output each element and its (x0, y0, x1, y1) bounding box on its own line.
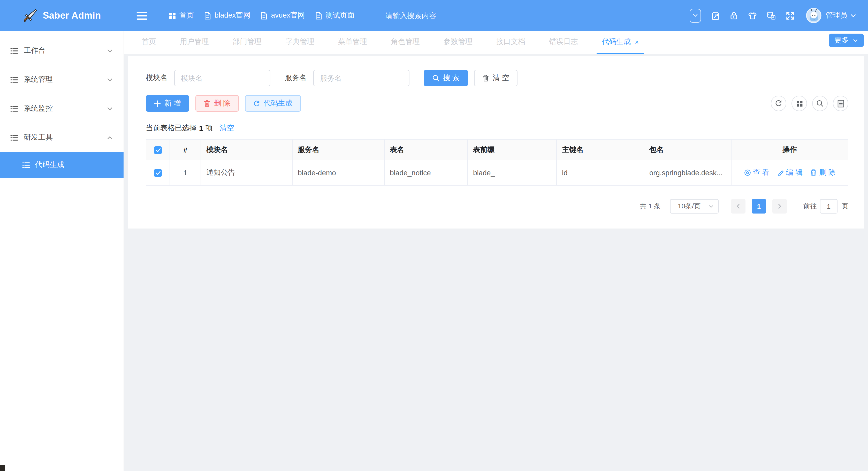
view-icon (744, 169, 751, 176)
module-name-input[interactable] (174, 70, 270, 86)
clear-selection-link[interactable]: 清空 (220, 124, 234, 133)
tab-role-management[interactable]: 角色管理 (386, 31, 425, 54)
sidebar-item-label: 代码生成 (35, 160, 64, 169)
more-label: 更多 (834, 36, 849, 45)
grid-view-icon[interactable] (792, 96, 807, 111)
refresh-icon[interactable] (771, 96, 786, 111)
tab-param-management[interactable]: 参数管理 (438, 31, 478, 54)
more-tabs-button[interactable]: 更多 (829, 34, 864, 47)
table-row: 1 通知公告 blade-demo blade_notice blade_ id… (146, 160, 848, 185)
fullscreen-icon[interactable] (786, 11, 795, 20)
debug-clipboard-icon[interactable] (711, 11, 720, 20)
language-icon[interactable]: 中 A (767, 12, 775, 20)
sidebar-item-label: 工作台 (24, 46, 106, 55)
goto-page-input[interactable] (820, 199, 837, 214)
list-icon (22, 161, 30, 169)
selection-count: 1 (199, 124, 203, 132)
sidebar-item-system-management[interactable]: 系统管理 (0, 65, 124, 94)
top-nav: 首页 bladex官网 avuex官网 (159, 11, 354, 20)
search-button[interactable]: 搜 索 (424, 70, 468, 86)
row-actions: 查 看 编 辑 (737, 168, 843, 177)
hamburger-menu-icon[interactable] (136, 11, 147, 20)
cell-primary-key: id (557, 160, 644, 185)
generate-code-label: 代码生成 (264, 99, 292, 108)
close-icon[interactable]: × (635, 38, 639, 46)
delete-button[interactable]: 删 除 (195, 95, 239, 112)
svg-text:A: A (772, 15, 774, 19)
next-page-button[interactable] (772, 199, 787, 214)
user-name[interactable]: 管理员 (826, 11, 847, 20)
sidebar-item-code-generation[interactable]: 代码生成 (0, 152, 124, 178)
table-header-row: # 模块名 服务名 表名 表前缀 主键名 包名 操作 (146, 139, 848, 160)
chevron-down-icon[interactable] (850, 12, 857, 19)
clear-button-label: 清 空 (493, 73, 509, 83)
search-toggle-icon[interactable] (812, 96, 828, 111)
top-nav-home[interactable]: 首页 (169, 11, 194, 20)
edit-link[interactable]: 编 辑 (777, 168, 803, 177)
tab-home[interactable]: 首页 (136, 31, 161, 54)
page-number-1[interactable]: 1 (752, 199, 766, 214)
col-primary-key: 主键名 (557, 139, 644, 160)
cell-table-name: blade_notice (384, 160, 468, 185)
collapse-chevron-icon[interactable] (690, 8, 701, 23)
cell-table-prefix: blade_ (468, 160, 557, 185)
page-size-select[interactable]: 10条/页 (670, 199, 719, 214)
dagger-icon (23, 8, 37, 23)
delete-icon (810, 169, 817, 176)
tab-dict-management[interactable]: 字典管理 (280, 31, 319, 54)
select-all-checkbox[interactable] (154, 146, 162, 154)
topbar-right: 中 A (679, 8, 868, 23)
data-table: # 模块名 服务名 表名 表前缀 主键名 包名 操作 (146, 139, 848, 186)
row-checkbox[interactable] (154, 169, 162, 177)
sidebar-item-label: 系统监控 (24, 104, 106, 113)
column-settings-icon[interactable] (833, 96, 848, 111)
top-nav-bladex[interactable]: bladex官网 (204, 11, 250, 20)
col-table-name: 表名 (384, 139, 468, 160)
sidebar-item-system-monitor[interactable]: 系统监控 (0, 94, 124, 123)
clear-button[interactable]: 清 空 (474, 70, 518, 86)
theme-shirt-icon[interactable] (748, 12, 757, 20)
edit-label: 编 辑 (786, 168, 803, 177)
chevron-down-icon (708, 203, 714, 209)
chevron-down-icon (106, 47, 113, 54)
selection-suffix: 项 (206, 124, 213, 133)
avatar[interactable] (806, 8, 822, 23)
top-nav-test-page[interactable]: 测试页面 (315, 11, 354, 20)
trash-icon (482, 74, 489, 82)
global-search-input[interactable] (384, 9, 462, 22)
app-title: Saber Admin (43, 10, 101, 21)
tab-user-management[interactable]: 用户管理 (175, 31, 214, 54)
tab-api-docs[interactable]: 接口文档 (491, 31, 530, 54)
tab-menu-management[interactable]: 菜单管理 (333, 31, 372, 54)
list-icon (10, 47, 18, 55)
code-generation-card: 模块名 服务名 搜 索 (128, 56, 864, 228)
prev-page-button[interactable] (731, 199, 745, 214)
sidebar-item-label: 系统管理 (24, 75, 106, 84)
module-name-label: 模块名 (146, 73, 167, 83)
view-link[interactable]: 查 看 (744, 168, 770, 177)
top-nav-label: 首页 (179, 11, 194, 20)
logo[interactable]: Saber Admin (0, 8, 124, 23)
tab-error-log[interactable]: 错误日志 (544, 31, 583, 54)
service-name-input[interactable] (313, 70, 409, 86)
add-button[interactable]: 新 增 (146, 95, 189, 112)
main: 工作台 系统管理 (0, 31, 868, 471)
content: 首页 用户管理 部门管理 字典管理 菜单管理 角色管理 参数管理 接口文档 错误… (124, 31, 868, 471)
sidebar-item-workbench[interactable]: 工作台 (0, 36, 124, 65)
pagination-total: 共 1 条 (640, 201, 661, 211)
tab-dept-management[interactable]: 部门管理 (227, 31, 267, 54)
top-nav-avuex[interactable]: avuex官网 (261, 11, 305, 20)
generate-code-button[interactable]: 代码生成 (245, 95, 301, 112)
col-table-prefix: 表前缀 (468, 139, 557, 160)
edit-icon (777, 169, 784, 176)
content-body: 模块名 服务名 搜 索 (124, 54, 868, 471)
sidebar-item-dev-tools[interactable]: 研发工具 (0, 123, 124, 152)
delete-link[interactable]: 删 除 (810, 168, 836, 177)
lock-icon[interactable] (730, 11, 738, 20)
tab-code-generation[interactable]: 代码生成 × (597, 31, 644, 54)
plus-icon (154, 100, 161, 107)
top-nav-label: 测试页面 (326, 11, 354, 20)
cell-module: 通知公告 (201, 160, 292, 185)
view-label: 查 看 (753, 168, 770, 177)
page-size-value: 10条/页 (678, 201, 701, 211)
